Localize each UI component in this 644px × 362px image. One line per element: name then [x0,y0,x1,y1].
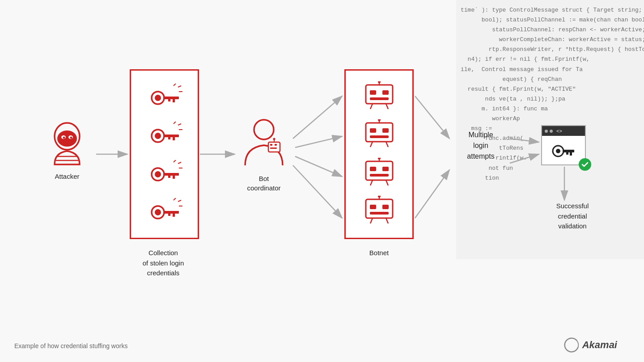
svg-line-37 [174,160,176,162]
svg-point-59 [273,138,275,140]
svg-point-77 [378,158,381,160]
svg-line-4 [293,96,342,139]
akamai-logo-icon [564,337,580,353]
bot-icon-2 [359,119,399,151]
key-icon-4 [142,198,187,225]
svg-rect-71 [370,128,376,133]
svg-rect-42 [163,173,179,176]
svg-rect-27 [173,99,175,102]
svg-rect-79 [370,167,376,171]
akamai-logo-text: Akamai [582,339,617,351]
svg-point-93 [556,149,560,153]
big-key-icon [550,141,577,161]
bot-coordinator-label: Bot coordinator [247,174,280,193]
svg-line-7 [293,165,342,218]
svg-line-5 [295,136,342,147]
svg-rect-63 [370,90,376,95]
svg-line-75 [386,142,388,147]
bot-coordinator-icon [242,116,286,168]
attacker-label: Attacker [55,172,79,181]
svg-rect-65 [370,97,389,100]
svg-point-18 [70,137,72,139]
attacker-icon [47,121,87,165]
svg-rect-88 [382,205,389,209]
svg-line-90 [370,218,373,223]
svg-rect-36 [168,137,170,139]
svg-point-61 [378,81,381,83]
svg-rect-87 [370,205,376,209]
svg-line-29 [174,122,176,124]
svg-rect-26 [163,97,179,99]
bot-icon-1 [359,81,399,113]
svg-rect-72 [382,128,389,133]
svg-line-83 [386,180,388,185]
svg-point-49 [155,209,161,215]
svg-line-22 [178,86,181,87]
multiple-login-group: Multiple login attempts [452,130,510,162]
svg-rect-81 [370,174,389,177]
svg-line-67 [386,104,388,109]
svg-rect-96 [566,152,568,155]
botnet-box [344,69,414,239]
svg-rect-78 [366,161,393,180]
svg-rect-28 [168,99,170,101]
svg-line-74 [370,142,373,147]
svg-point-33 [155,133,161,139]
svg-line-6 [295,156,342,177]
svg-rect-73 [370,135,389,138]
key-icon-3 [142,160,187,187]
svg-line-38 [178,162,181,164]
svg-point-69 [378,119,381,121]
svg-point-41 [155,171,161,177]
key-icon-1 [142,84,187,110]
botnet-label: Botnet [344,248,414,258]
svg-point-53 [254,120,274,139]
attacker-group: Attacker [47,121,87,181]
checkmark-icon [581,162,589,167]
credentials-box [130,69,199,239]
svg-line-66 [370,104,373,109]
svg-rect-86 [366,199,393,218]
svg-point-85 [378,196,381,198]
svg-line-9 [415,170,449,218]
svg-rect-35 [173,137,175,140]
svg-rect-43 [173,176,175,179]
svg-line-21 [174,84,176,86]
svg-rect-89 [370,212,389,215]
svg-rect-44 [168,176,170,178]
svg-point-25 [155,95,161,101]
svg-point-98 [564,338,578,352]
svg-rect-34 [163,135,179,137]
bottom-caption: Example of how credential stuffing works [14,342,127,349]
svg-rect-95 [570,152,572,156]
bot-icon-4 [359,196,399,227]
svg-line-30 [178,124,181,125]
svg-rect-70 [366,123,393,142]
svg-rect-57 [270,147,277,149]
svg-line-82 [370,180,373,185]
svg-line-8 [415,96,449,139]
key-icon-2 [142,122,187,148]
svg-rect-94 [563,150,574,152]
svg-rect-54 [268,142,280,152]
svg-line-91 [386,218,388,223]
svg-line-45 [174,198,176,200]
svg-rect-56 [275,144,277,146]
bot-coordinator-group: Bot coordinator [242,116,286,193]
svg-rect-80 [382,167,389,171]
credential-validation-label: Successful credential validation [537,201,608,232]
svg-line-46 [178,200,181,202]
svg-rect-55 [270,144,272,146]
akamai-logo: Akamai [564,337,617,353]
svg-rect-64 [382,90,389,95]
svg-rect-52 [168,214,170,216]
svg-point-14 [57,130,77,147]
bot-icon-3 [359,158,399,189]
svg-point-17 [63,137,65,139]
key-validation-box: <> [541,125,586,165]
svg-rect-50 [163,211,179,214]
credentials-label: Collection of stolen login credentials [114,248,212,278]
svg-rect-51 [173,214,175,217]
svg-rect-62 [366,85,393,104]
